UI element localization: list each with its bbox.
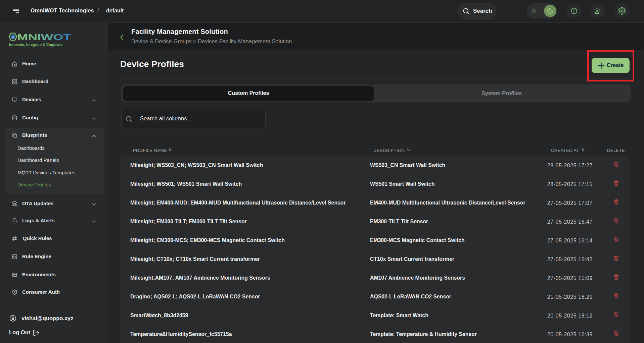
svg-text:MNIWOT: MNIWOT: [17, 33, 72, 42]
svg-text:Innovate, Integrate & Empower: Innovate, Integrate & Empower: [9, 43, 63, 47]
